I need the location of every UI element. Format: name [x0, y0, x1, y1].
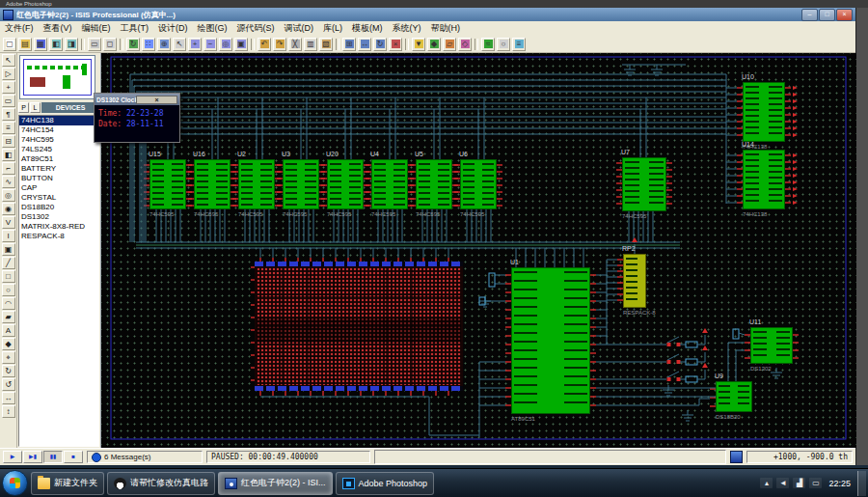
zoom-out-icon[interactable]: − — [203, 38, 217, 51]
box-tool-icon[interactable]: □ — [2, 270, 15, 283]
component-U9[interactable]: U9DS18B20 — [716, 381, 752, 412]
separator[interactable] — [120, 39, 123, 50]
undo-icon[interactable]: ↶ — [258, 38, 271, 51]
maximize-button[interactable]: □ — [819, 9, 835, 21]
component-U1[interactable]: U1AT89C51 — [511, 267, 590, 414]
redo-icon[interactable]: ↷ — [273, 38, 286, 51]
volume-icon[interactable]: ◄ — [776, 478, 789, 488]
arc-tool-icon[interactable]: ◠ — [2, 297, 15, 310]
component-U3[interactable]: U374HC595 — [283, 159, 319, 209]
component-U5[interactable]: U574HC595 — [416, 159, 452, 209]
virtual-instruments-icon[interactable]: ▣ — [2, 243, 15, 256]
block-copy-icon[interactable]: ⊞ — [342, 38, 356, 51]
component-U6[interactable]: U674HC595 — [460, 159, 497, 209]
device-list-item[interactable]: CRYSTAL — [19, 193, 98, 203]
taskbar-item-photoshop[interactable]: Adobe Photoshop — [336, 472, 435, 495]
export-icon[interactable]: ◨ — [65, 38, 78, 51]
text-tool-icon[interactable]: A — [2, 324, 15, 337]
action-center-icon[interactable]: ▭ — [809, 478, 822, 488]
graph-mode-icon[interactable]: ∿ — [2, 176, 15, 188]
open-folder-icon[interactable]: ▤ — [18, 38, 32, 51]
hidden-icons-button[interactable]: ▴ — [760, 478, 773, 488]
component-U7[interactable]: U774HC595 — [622, 157, 666, 211]
device-list-item[interactable]: 74HC595 — [19, 135, 98, 145]
taskbar-item-qq-chat[interactable]: 请帮忙修改仿真电路 — [107, 472, 215, 495]
voltage-probe-icon[interactable]: V — [2, 216, 15, 229]
mark-area-icon[interactable]: ◻ — [103, 38, 117, 51]
menu-item[interactable]: 查看(V) — [39, 22, 77, 35]
start-button[interactable] — [2, 470, 28, 496]
menu-item[interactable]: 调试(D) — [280, 22, 319, 35]
menu-item[interactable]: 系统(Y) — [388, 22, 426, 35]
device-list-item[interactable]: 74HC138 — [19, 116, 98, 125]
ds1302-clock-popup[interactable]: DS1302 Clock - U11 × Time: 22-23-28 Date… — [94, 93, 180, 143]
zoom-all-icon[interactable]: ◎ — [219, 38, 232, 51]
component-U15[interactable]: U1574HC595 — [149, 159, 186, 209]
device-list-item[interactable]: DS1302 — [19, 212, 98, 222]
wire-autorouter-icon[interactable]: ≈ — [481, 38, 495, 51]
component-U4[interactable]: U474HC595 — [371, 159, 408, 209]
menu-item[interactable]: 库(L) — [318, 22, 347, 35]
symbol-tool-icon[interactable]: ◆ — [2, 338, 15, 350]
text-script-icon[interactable]: ¶ — [2, 108, 15, 121]
popup-titlebar[interactable]: DS1302 Clock - U11 × — [95, 94, 179, 105]
device-list-item[interactable]: 74LS245 — [19, 145, 98, 154]
junction-dot-icon[interactable]: + — [2, 81, 15, 94]
separator[interactable] — [475, 39, 478, 50]
schematic-canvas[interactable]: U1574HC595U1674HC595U274HC595U374HC595U2… — [101, 53, 856, 448]
print-icon[interactable]: ▭ — [88, 38, 101, 51]
zoom-area-icon[interactable]: ▣ — [234, 38, 248, 51]
component-U10[interactable]: U1074HC138 — [743, 82, 785, 142]
component-RP2[interactable]: RP2RESPACK-8 — [623, 254, 646, 308]
pick-parts-button[interactable]: P — [18, 102, 29, 113]
device-list-item[interactable]: AT89C51 — [19, 154, 98, 164]
show-desktop-button[interactable] — [857, 471, 866, 496]
refresh-icon[interactable]: ↻ — [126, 38, 140, 51]
menu-item[interactable]: 帮助(H) — [426, 22, 466, 35]
popup-close-button[interactable]: × — [136, 96, 177, 104]
path-tool-icon[interactable]: ▰ — [2, 311, 15, 323]
zoom-indicator-icon[interactable] — [730, 451, 743, 463]
device-list-item[interactable]: MATRIX-8X8-RED — [19, 222, 98, 232]
device-list-item[interactable]: BATTERY — [19, 164, 98, 174]
paste-icon[interactable]: ▧ — [319, 38, 333, 51]
grid-toggle-icon[interactable]: ∷ — [142, 38, 155, 51]
rotate-ccw-icon[interactable]: ↺ — [2, 378, 15, 391]
preview-window[interactable] — [19, 55, 95, 99]
led-matrix[interactable] — [255, 262, 463, 391]
menu-item[interactable]: 工具(T) — [116, 22, 154, 35]
separator[interactable] — [405, 39, 409, 50]
device-list-item[interactable]: 74HC154 — [19, 125, 98, 135]
library-button[interactable]: L — [30, 102, 41, 113]
menu-item[interactable]: 模板(M) — [347, 22, 388, 35]
menu-item[interactable]: 绘图(G) — [193, 22, 232, 35]
property-assign-icon[interactable]: ≡ — [512, 38, 526, 51]
pause-button[interactable]: ▮▮ — [43, 451, 63, 463]
tape-recorder-icon[interactable]: ◎ — [2, 189, 15, 202]
network-icon[interactable]: ▟ — [793, 478, 805, 488]
selection-tool-icon[interactable]: ↖ — [2, 54, 15, 67]
zoom-in-icon[interactable]: + — [188, 38, 202, 51]
mirror-y-icon[interactable]: ↕ — [2, 405, 15, 418]
title-bar[interactable]: 红色电子钟2(2) - ISIS Professional (仿真中...) –… — [0, 8, 855, 21]
menu-item[interactable]: 文件(F) — [0, 22, 39, 35]
block-delete-icon[interactable]: × — [389, 38, 402, 51]
terminal-mode-icon[interactable]: ◧ — [2, 149, 15, 161]
device-list-item[interactable]: BUTTON — [19, 174, 98, 183]
wire-label-icon[interactable]: ▭ — [2, 95, 15, 107]
component-U11[interactable]: U11DS1302 — [750, 327, 793, 364]
message-panel[interactable]: 6 Message(s) — [87, 451, 203, 463]
import-icon[interactable]: ◧ — [49, 38, 63, 51]
minimize-button[interactable]: – — [801, 9, 818, 21]
component-U16[interactable]: U1674HC595 — [194, 159, 231, 209]
current-probe-icon[interactable]: I — [2, 230, 15, 242]
device-list-item[interactable]: RESPACK-8 — [19, 232, 98, 241]
circle-tool-icon[interactable]: ○ — [2, 284, 15, 296]
menu-item[interactable]: 源代码(S) — [232, 22, 280, 35]
cut-icon[interactable]: ╳ — [288, 38, 302, 51]
menu-item[interactable]: 编辑(E) — [77, 22, 116, 35]
device-list-item[interactable]: DS18B20 — [19, 203, 98, 212]
decompose-icon[interactable]: ◇ — [458, 38, 472, 51]
rotate-cw-icon[interactable]: ↻ — [2, 365, 15, 377]
component-mode-icon[interactable]: ▷ — [2, 68, 15, 80]
